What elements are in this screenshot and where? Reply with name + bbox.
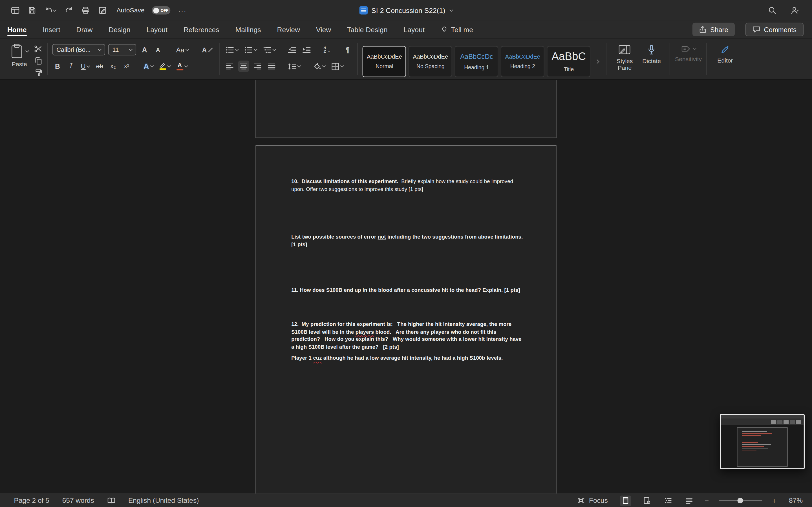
account-icon [790, 6, 799, 14]
align-left-icon [226, 63, 234, 69]
underline-button[interactable]: U [79, 61, 91, 72]
zoom-slider[interactable] [719, 500, 762, 501]
style-card-normal[interactable]: AaBbCcDdEe Normal [363, 46, 406, 77]
sort-button[interactable]: AZ ↓ [322, 44, 332, 55]
document-text: 10. Discuss limitations of this experime… [256, 146, 556, 362]
font-name-value: Calibri (Bo... [56, 46, 91, 53]
lightbulb-icon [441, 25, 448, 34]
editor-button[interactable]: Editor [712, 39, 739, 79]
zoom-in-button[interactable]: + [772, 496, 776, 504]
tab-review[interactable]: Review [277, 20, 300, 38]
show-formatting-marks-button[interactable]: ¶ [343, 44, 353, 55]
language-selector[interactable]: English (United States) [128, 497, 199, 504]
account-button[interactable] [790, 6, 800, 15]
word-count[interactable]: 657 words [62, 497, 94, 504]
clear-formatting-button[interactable]: A [200, 44, 214, 55]
styles-pane-button[interactable]: Styles Pane [611, 39, 638, 79]
zoom-level[interactable]: 87% [786, 497, 803, 504]
draft-view-button[interactable] [683, 496, 695, 506]
borders-button[interactable] [330, 61, 345, 72]
outline-view-button[interactable] [662, 496, 673, 506]
multilevel-list-button[interactable] [262, 44, 277, 55]
web-layout-view-button[interactable] [641, 496, 652, 506]
format-painter-button[interactable] [34, 68, 42, 77]
document-title[interactable]: SI 2 Concussion S22(1) [371, 6, 445, 14]
font-name-select[interactable]: Calibri (Bo... [52, 44, 105, 55]
style-card-no-spacing[interactable]: AaBbCcDdEe No Spacing [409, 46, 452, 77]
cut-button[interactable] [34, 45, 42, 53]
align-left-button[interactable] [224, 61, 236, 72]
tab-view[interactable]: View [316, 20, 331, 38]
font-color-button[interactable]: A [175, 61, 189, 72]
text-effects-label: A [144, 62, 149, 70]
save-button[interactable] [28, 6, 37, 15]
shrink-font-button[interactable]: A [153, 44, 163, 55]
style-card-heading1[interactable]: AaBbCcDc Heading 1 [455, 46, 498, 77]
tab-mailings[interactable]: Mailings [236, 20, 261, 38]
undo-icon [45, 6, 53, 14]
text-effects-button[interactable]: A [142, 61, 154, 72]
editor-pencil-icon [720, 45, 730, 55]
superscript-button[interactable]: x² [121, 61, 132, 72]
tab-draw[interactable]: Draw [77, 20, 93, 38]
underline-label: U [81, 62, 86, 70]
highlight-color-button[interactable] [158, 61, 172, 72]
style-card-title[interactable]: AaBbC Title [547, 46, 591, 77]
tab-references[interactable]: References [184, 20, 219, 38]
tab-home[interactable]: Home [7, 20, 27, 38]
zoom-out-button[interactable]: − [705, 496, 709, 504]
italic-button[interactable]: I [66, 61, 76, 72]
change-case-button[interactable]: Aa [174, 44, 190, 55]
font-size-select[interactable]: 11 [108, 44, 136, 55]
window-grid-button[interactable] [10, 6, 20, 15]
more-toolbar-button[interactable]: ··· [177, 6, 187, 15]
undo-button[interactable] [44, 6, 56, 15]
focus-toggle[interactable]: Focus [577, 497, 608, 504]
title-menu-chevron-icon[interactable] [449, 8, 453, 11]
proofing-status-button[interactable] [107, 497, 115, 504]
tab-table-design[interactable]: Table Design [347, 20, 388, 38]
increase-indent-button[interactable] [301, 44, 312, 55]
print-layout-view-button[interactable] [620, 496, 631, 506]
tab-design[interactable]: Design [109, 20, 130, 38]
justify-button[interactable] [266, 61, 277, 72]
style-label: Heading 1 [464, 64, 489, 70]
strikethrough-button[interactable]: ab [94, 61, 105, 72]
screenshot-preview-thumbnail[interactable] [720, 414, 805, 469]
line-spacing-button[interactable] [287, 61, 302, 72]
grow-font-button[interactable]: A [139, 44, 150, 55]
dictate-button[interactable]: Dictate [638, 39, 665, 79]
tab-table-layout[interactable]: Layout [403, 20, 424, 38]
zoom-slider-thumb[interactable] [737, 498, 743, 503]
paste-menu-chevron-icon [26, 49, 29, 52]
tab-insert[interactable]: Insert [43, 20, 60, 38]
style-card-heading2[interactable]: AaBbCcDdEe Heading 2 [501, 46, 545, 77]
style-preview: AaBbC [552, 50, 586, 62]
align-center-button[interactable] [238, 61, 249, 72]
search-button[interactable] [767, 5, 777, 15]
style-preview: AaBbCcDc [460, 52, 493, 60]
bold-button[interactable]: B [52, 61, 63, 72]
quick-edit-button[interactable] [98, 6, 107, 15]
tab-tell-me[interactable]: Tell me [441, 20, 473, 38]
comments-button[interactable]: Comments [745, 23, 804, 36]
subscript-button[interactable]: x₂ [108, 61, 118, 72]
shading-button[interactable] [311, 61, 327, 72]
page-indicator[interactable]: Page 2 of 5 [14, 497, 49, 504]
style-preview: AaBbCcDdEe [367, 53, 402, 59]
page-2[interactable]: 10. Discuss limitations of this experime… [255, 145, 556, 494]
decrease-indent-button[interactable] [287, 44, 298, 55]
sensitivity-button[interactable]: Sensitivity [675, 39, 702, 79]
autosave-toggle[interactable]: OFF [152, 6, 170, 14]
copy-button[interactable] [34, 56, 42, 65]
print-button[interactable] [81, 6, 91, 15]
redo-button[interactable] [64, 6, 73, 15]
tab-layout[interactable]: Layout [146, 20, 167, 38]
share-button[interactable]: Share [693, 23, 735, 36]
styles-gallery-expand-button[interactable] [593, 46, 601, 77]
page-1-fragment[interactable] [255, 80, 556, 138]
numbering-button[interactable] [243, 44, 259, 55]
align-right-button[interactable] [252, 61, 263, 72]
bullets-button[interactable] [224, 44, 240, 55]
paste-button[interactable]: Paste [7, 39, 31, 79]
